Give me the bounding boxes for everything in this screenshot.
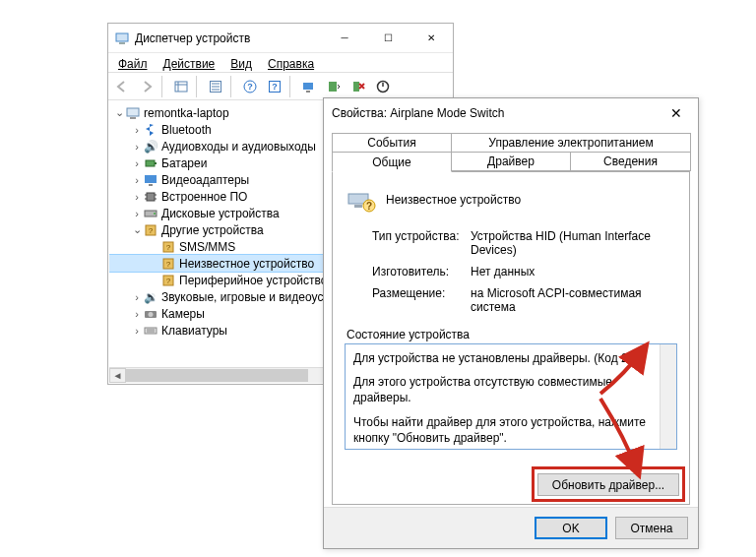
tree-label: Звуковые, игровые и видеоуст: [161, 290, 329, 304]
menu-view[interactable]: Вид: [224, 55, 258, 70]
chevron-right-icon[interactable]: ›: [131, 191, 143, 203]
device-large-icon: ?: [345, 184, 376, 216]
svg-text:?: ?: [366, 201, 372, 212]
tb-disable-icon[interactable]: [371, 75, 395, 98]
unknown-device-icon: ?: [160, 273, 176, 288]
svg-rect-1: [119, 42, 125, 44]
tab-general[interactable]: Общие: [332, 152, 452, 172]
close-button[interactable]: ✕: [655, 98, 698, 128]
tree-label: Встроенное ПО: [161, 190, 247, 204]
tb-properties-icon[interactable]: [204, 75, 227, 98]
tb-scan-icon[interactable]: [297, 75, 321, 98]
tb-back-icon[interactable]: [110, 75, 134, 98]
chevron-right-icon[interactable]: ›: [131, 308, 143, 320]
value-location: на Microsoft ACPI-совместимая система: [471, 286, 677, 314]
ok-button[interactable]: OK: [535, 517, 607, 539]
scroll-left-icon[interactable]: ◄: [109, 368, 126, 383]
svg-rect-16: [353, 82, 359, 92]
chevron-right-icon[interactable]: ›: [131, 157, 143, 169]
svg-rect-21: [155, 162, 157, 164]
properties-dialog: Свойства: Airplane Mode Switch ✕ События…: [323, 97, 699, 549]
menu-help[interactable]: Справка: [262, 55, 320, 70]
computer-icon: [125, 105, 141, 121]
button-label: OK: [562, 522, 579, 535]
tb-help-icon[interactable]: ?: [238, 75, 262, 98]
svg-point-40: [149, 312, 154, 317]
tab-details[interactable]: Сведения: [570, 152, 691, 171]
tab-driver[interactable]: Драйвер: [451, 152, 571, 171]
tree-label: Другие устройства: [161, 223, 264, 237]
vertical-scrollbar[interactable]: [660, 344, 676, 449]
other-devices-icon: ?: [143, 222, 158, 238]
unknown-device-icon: ?: [160, 239, 176, 255]
tree-label: Bluetooth: [161, 123, 212, 137]
status-line: Для этого устройства отсутствую совмести…: [353, 374, 668, 405]
maximize-button[interactable]: ☐: [366, 24, 410, 53]
device-status-box[interactable]: Для устройства не установлены драйверы. …: [345, 343, 677, 450]
svg-rect-22: [145, 175, 157, 183]
tree-label: SMS/MMS: [179, 240, 235, 254]
svg-text:?: ?: [166, 243, 171, 252]
chevron-right-icon[interactable]: ›: [131, 208, 143, 219]
unknown-device-icon: ?: [160, 256, 176, 272]
minimize-button[interactable]: ─: [323, 24, 366, 53]
tb-forward-icon[interactable]: [135, 75, 158, 98]
bluetooth-icon: [143, 122, 158, 138]
svg-text:?: ?: [166, 277, 171, 285]
device-header: ? Неизвестное устройство: [345, 184, 677, 216]
chevron-right-icon[interactable]: ›: [131, 325, 143, 337]
tab-row: События Управление электропитанием Общие…: [332, 133, 690, 172]
tree-label: Периферийное устройство: [179, 274, 327, 287]
tab-events[interactable]: События: [332, 133, 452, 153]
close-button[interactable]: ✕: [410, 24, 453, 53]
cancel-button[interactable]: Отмена: [615, 517, 688, 539]
prop-titlebar[interactable]: Свойства: Airplane Mode Switch ✕: [324, 98, 698, 128]
tab-power[interactable]: Управление электропитанием: [451, 133, 691, 153]
svg-rect-14: [306, 91, 310, 93]
value-manufacturer: Нет данных: [471, 265, 677, 278]
tab-label: Управление электропитанием: [488, 136, 653, 150]
value-device-type: Устройства HID (Human Interface Devices): [471, 229, 677, 257]
chevron-right-icon[interactable]: ›: [131, 124, 143, 136]
dialog-footer: OK Отмена: [324, 507, 698, 548]
tb-help2-icon[interactable]: ?: [263, 75, 286, 98]
chevron-right-icon[interactable]: ›: [131, 291, 143, 303]
tree-label: Клавиатуры: [161, 324, 227, 338]
chevron-right-icon[interactable]: ›: [131, 174, 143, 186]
chevron-down-icon[interactable]: ⌄: [113, 106, 125, 119]
tab-label: Сведения: [603, 155, 658, 168]
dm-title: Диспетчер устройств: [135, 31, 323, 45]
svg-text:?: ?: [149, 226, 154, 235]
menu-file[interactable]: Файл: [112, 55, 154, 70]
button-label: Отмена: [630, 522, 672, 535]
scroll-thumb[interactable]: [126, 369, 308, 382]
label-location: Размещение:: [372, 286, 471, 314]
dm-titlebar[interactable]: Диспетчер устройств ─ ☐ ✕: [108, 24, 453, 53]
tb-show-hidden-icon[interactable]: [169, 75, 193, 98]
svg-rect-15: [329, 82, 337, 92]
svg-rect-19: [130, 117, 136, 119]
tree-label: Неизвестное устройство: [179, 257, 314, 271]
tree-label: Батареи: [161, 156, 207, 170]
status-line: Чтобы найти драйвер для этого устройства…: [353, 414, 668, 446]
label-manufacturer: Изготовитель:: [372, 265, 471, 278]
label-device-type: Тип устройства:: [372, 229, 471, 257]
status-label: Состояние устройства: [346, 328, 677, 341]
svg-rect-2: [175, 82, 187, 92]
svg-text:?: ?: [166, 260, 171, 269]
svg-rect-41: [145, 328, 157, 334]
display-icon: [143, 172, 158, 188]
menu-action[interactable]: Действие: [158, 55, 221, 70]
tab-label: Общие: [372, 155, 410, 169]
tb-uninstall-icon[interactable]: [346, 75, 370, 98]
tree-label: Видеоадаптеры: [161, 173, 249, 187]
chevron-right-icon[interactable]: ›: [131, 141, 143, 153]
update-driver-button[interactable]: Обновить драйвер...: [537, 473, 679, 496]
audio-icon: 🔊: [143, 139, 158, 155]
chevron-down-icon[interactable]: ⌄: [131, 223, 143, 236]
sound-icon: 🔉: [143, 289, 158, 305]
svg-rect-24: [147, 193, 155, 201]
svg-rect-0: [116, 33, 128, 41]
camera-icon: [143, 306, 158, 322]
tb-update-icon[interactable]: [322, 75, 346, 98]
